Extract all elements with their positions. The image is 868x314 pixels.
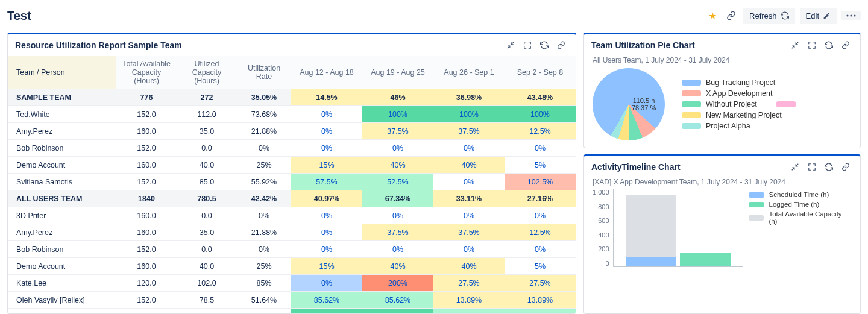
legend-swatch [682,112,701,118]
week-cell: 0% [291,224,362,241]
cell-utilized: 0.0 [177,140,237,157]
cell-name: Bob Robinson [8,140,116,157]
week-cell: 40% [433,258,505,275]
cell-name: Ted.White [8,106,116,123]
link-icon[interactable] [724,8,738,23]
cell-total: 152.0 [116,140,177,157]
cell-utilized: 40.0 [177,258,237,275]
cell-rate: 42.42% [237,190,291,207]
week-cell: 200% [362,275,433,292]
legend-item[interactable]: X App Development [682,89,796,98]
cell-rate: 21.88% [237,123,291,140]
refresh-icon[interactable] [822,160,836,174]
svg-point-2 [854,14,855,16]
collapse-icon[interactable] [503,38,518,52]
week-cell: 0% [362,207,433,224]
legend-swatch [776,101,796,107]
table-row[interactable]: Amy.Perez160.035.021.88%0%37.5%37.5%12.5… [8,224,576,241]
legend-item[interactable]: Logged Time (h) [749,201,852,208]
week-cell: 0% [433,207,505,224]
legend-item[interactable]: Total Available Capacity (h) [749,210,852,225]
column-header: Aug 26 - Sep 1 [433,56,505,89]
table-row[interactable]: Demo Account160.040.025%15%40%40%5% [8,258,576,275]
legend-label: Bug Tracking Project [706,78,775,87]
table-row[interactable]: Demo Account160.040.025%15%40%40%5% [8,157,576,174]
week-cell: 5% [505,157,576,174]
legend-item[interactable]: Bug Tracking Project [682,78,796,87]
fullscreen-icon[interactable] [805,160,819,174]
week-cell: 40.97% [291,190,362,207]
week-cell: 14.5% [291,89,362,106]
utilization-table: Team / PersonTotal Available Capacity (H… [8,56,576,313]
legend-item[interactable]: Project Alpha [682,122,796,130]
utilization-report-card: Resource Utilization Report Sample Team … [7,33,576,314]
legend-item[interactable]: Without Project [682,100,796,108]
cell-total: 152.0 [116,309,177,314]
refresh-icon[interactable] [537,38,552,52]
legend-label: New Marketing Project [706,111,782,119]
week-cell: 15% [291,157,362,174]
y-tick: 0 [605,260,609,267]
cell-name: Amy.Perez [8,123,116,140]
week-cell: 61.11% [433,309,505,314]
cell-total: 152.0 [116,241,177,258]
cell-total: 1840 [116,190,177,207]
week-cell: 0% [291,123,362,140]
more-button[interactable] [841,11,861,20]
table-row[interactable]: Bob Robinson152.00.00%0%0%0%0% [8,140,576,157]
table-row[interactable]: Amy.Perez160.035.021.88%0%37.5%37.5%12.5… [8,123,576,140]
week-cell: 100% [505,106,576,123]
legend-label: Logged Time (h) [769,201,820,208]
fullscreen-icon[interactable] [805,38,819,52]
refresh-icon[interactable] [822,38,836,52]
link-icon[interactable] [554,38,568,52]
link-icon[interactable] [838,160,853,174]
favorite-icon[interactable]: ★ [706,8,719,24]
legend-label: X App Development [706,89,773,98]
table-row[interactable]: Ostap Zaishlyi152.0118.077.63%92.5%92.5%… [8,309,576,314]
more-icon [846,14,856,17]
report-title: Resource Utilization Report Sample Team [15,40,182,50]
collapse-icon[interactable] [788,160,802,174]
week-cell: 40% [362,157,433,174]
week-cell: 0% [291,207,362,224]
refresh-button[interactable]: Refresh [743,8,795,24]
legend-swatch [682,80,701,86]
week-cell: 0% [291,241,362,258]
table-row[interactable]: SAMPLE TEAM77627235.05%14.5%46%36.98%43.… [8,89,576,106]
bar-legend: Scheduled Time (h)Logged Time (h)Total A… [749,189,852,267]
table-row[interactable]: Oleh Vasyliv [Reliex]152.078.551.64%85.6… [8,292,576,309]
week-cell: 92.5% [291,309,362,314]
edit-button[interactable]: Edit [800,8,837,24]
pencil-icon [823,12,831,20]
legend-swatch [682,101,701,107]
table-row[interactable]: Kate.Lee120.0102.085%0%200%27.5%27.5% [8,275,576,292]
table-row[interactable]: ALL USERS TEAM1840780.542.42%40.97%67.34… [8,190,576,207]
week-cell: 27.5% [433,275,505,292]
cell-name: Amy.Perez [8,224,116,241]
pie-title: Team Utilization Pie Chart [591,40,695,50]
week-cell: 46% [362,89,433,106]
column-header: Utilized Capacity (Hours) [177,56,237,89]
table-row[interactable]: Ted.White152.0112.073.68%0%100%100%100% [8,106,576,123]
column-header: Aug 19 - Aug 25 [362,56,433,89]
week-cell: 67.34% [362,190,433,207]
week-cell: 40% [362,258,433,275]
link-icon[interactable] [838,38,853,52]
y-tick: 800 [598,203,609,210]
table-row[interactable]: 3D Priter160.00.00%0%0%0%0% [8,207,576,224]
week-cell: 0% [291,140,362,157]
week-cell: 27.5% [505,275,576,292]
cell-utilized: 272 [177,89,237,106]
legend-item[interactable]: New Marketing Project [682,111,796,119]
legend-label: Without Project [706,100,757,108]
y-tick: 400 [598,231,609,239]
cell-name: Oleh Vasyliv [Reliex] [8,292,116,309]
legend-item[interactable]: Scheduled Time (h) [749,191,852,198]
table-row[interactable]: Bob Robinson152.00.00%0%0%0%0% [8,241,576,258]
week-cell: 0% [505,241,576,258]
y-tick: 1,000 [593,189,609,196]
collapse-icon[interactable] [788,38,802,52]
fullscreen-icon[interactable] [520,38,535,52]
table-row[interactable]: Svitlana Samotis152.085.055.92%57.5%52.5… [8,174,576,190]
